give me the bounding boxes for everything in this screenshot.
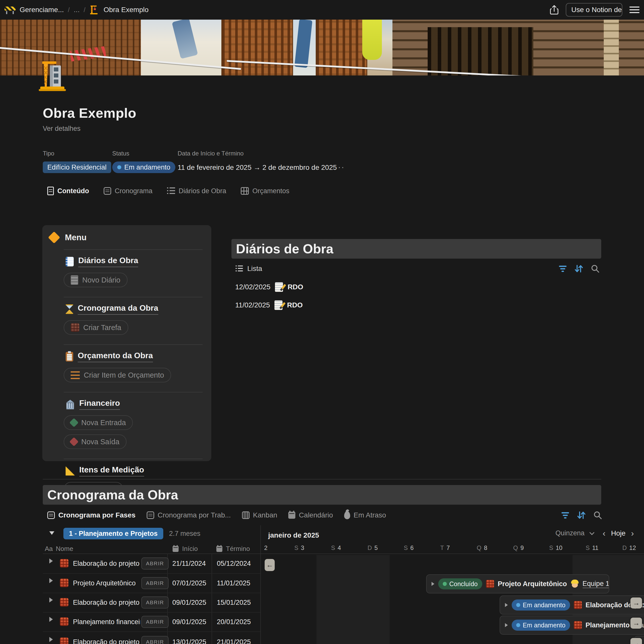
zoom-level-dropdown[interactable]: Quinzena	[555, 529, 585, 537]
prev-button[interactable]: ‹	[603, 528, 606, 538]
end-date[interactable]: 05/12/2024	[217, 560, 251, 568]
search-icon[interactable]	[593, 511, 602, 520]
timeline-bar[interactable]: Em andamento Elaboração do projeto el	[500, 595, 644, 615]
abrir-button[interactable]: ABRIR	[141, 616, 169, 628]
list-item[interactable]: 11/02/2025 RDO	[235, 300, 303, 310]
scroll-to-bar-right-badge[interactable]: →	[630, 597, 642, 609]
start-date[interactable]: 13/01/2025	[172, 638, 206, 644]
use-notion-button[interactable]: Use o Notion de g	[566, 3, 622, 17]
end-date[interactable]: 15/01/2025	[217, 599, 251, 607]
status-pill[interactable]: Em andamento	[512, 599, 570, 611]
abrir-button[interactable]: ABRIR	[141, 636, 169, 644]
view-tab-calendario[interactable]: Calendário	[288, 511, 333, 519]
nova-saida-button[interactable]: Nova Saída	[64, 434, 127, 449]
end-date[interactable]: 11/01/2025	[217, 579, 250, 587]
group-pill[interactable]: 1 - Planejamento e Projetos	[63, 528, 163, 539]
view-tab-em-atraso[interactable]: Em Atraso	[344, 511, 386, 519]
view-tab-cronograma-fases[interactable]: Cronograma por Fases	[47, 511, 136, 519]
page-icon[interactable]	[38, 60, 68, 92]
scroll-to-bar-right-badge[interactable]: →	[630, 618, 642, 629]
novo-diario-button[interactable]: Novo Diário	[64, 273, 128, 287]
search-icon[interactable]	[591, 264, 600, 273]
next-button[interactable]: ›	[631, 528, 634, 538]
column-divider[interactable]	[212, 553, 212, 644]
expand-triangle-icon[interactable]	[49, 558, 53, 563]
view-tab-kanban[interactable]: Kanban	[242, 511, 277, 519]
menu-link-financeiro[interactable]: Financeiro	[66, 398, 211, 410]
page-title[interactable]: Obra Exemplo	[43, 105, 136, 121]
breadcrumb-current-page[interactable]: Obra Exemplo	[104, 6, 149, 14]
column-header-inicio[interactable]: Início	[182, 545, 198, 553]
expand-triangle-icon[interactable]	[431, 582, 434, 586]
share-icon[interactable]	[550, 5, 559, 15]
abrir-button[interactable]: ABRIR	[141, 577, 169, 589]
abrir-button[interactable]: ABRIR	[141, 596, 169, 609]
bar-assignee[interactable]: Equipe 1	[583, 580, 609, 588]
end-date[interactable]: 20/01/2025	[217, 618, 251, 626]
filter-icon[interactable]	[561, 512, 569, 518]
more-properties-button[interactable]: ···	[335, 162, 345, 172]
status-pill[interactable]: Em andamento	[512, 620, 570, 631]
list-item[interactable]: 12/02/2025 RDO	[235, 282, 303, 292]
start-date[interactable]: 21/11/2024	[172, 560, 206, 568]
brick-icon	[60, 637, 68, 644]
expand-triangle-icon[interactable]	[49, 578, 53, 583]
menu-link-diarios[interactable]: Diários de Obra	[66, 256, 211, 267]
sort-icon[interactable]	[577, 511, 586, 520]
red-diamond-icon	[69, 437, 79, 447]
breadcrumb-workspace[interactable]: Gerenciame...	[20, 6, 64, 14]
start-date[interactable]: 07/01/2025	[172, 579, 206, 587]
task-name[interactable]: Elaboração do projeto hi	[73, 560, 140, 568]
sort-icon[interactable]	[574, 264, 583, 273]
task-name[interactable]: Projeto Arquitetônico	[73, 579, 140, 587]
timeline-bar[interactable]: Concluído Projeto Arquitetônico Equipe 1	[426, 574, 609, 593]
menu-link-orcamento[interactable]: Orçamento da Obra	[66, 351, 211, 362]
tab-diarios[interactable]: Diários de Obra	[167, 187, 226, 195]
expand-triangle-icon[interactable]	[505, 603, 508, 607]
end-date[interactable]: 21/01/2025	[217, 638, 251, 644]
diarios-heading: Diários de Obra	[236, 241, 333, 256]
column-header-termino[interactable]: Término	[226, 545, 250, 553]
column-header-nome[interactable]: Nome	[56, 545, 73, 553]
status-pill[interactable]: Em andamento	[112, 162, 175, 173]
nova-entrada-button[interactable]: Nova Entrada	[64, 415, 133, 430]
brick-icon	[60, 617, 68, 626]
breadcrumb-ellipsis[interactable]: ...	[74, 6, 79, 14]
task-name[interactable]: Planejamento financeiro	[73, 618, 140, 626]
expand-triangle-icon[interactable]	[49, 597, 53, 602]
divider	[64, 297, 203, 297]
lista-view-tab[interactable]: Lista	[235, 265, 262, 273]
start-date[interactable]: 09/01/2025	[172, 618, 206, 626]
menu-link-cronograma[interactable]: Cronograma da Obra	[66, 303, 211, 315]
collapse-triangle-icon[interactable]	[49, 531, 54, 535]
tab-cronograma[interactable]: Cronograma	[104, 187, 152, 195]
table-timeline-divider[interactable]	[260, 525, 261, 644]
tab-orcamentos[interactable]: Orçamentos	[241, 187, 289, 195]
scroll-to-bar-left-badge[interactable]: ←	[265, 559, 275, 571]
criar-tarefa-button[interactable]: Criar Tarefa	[64, 320, 128, 335]
criar-item-orcamento-button[interactable]: Criar Item de Orçamento	[64, 368, 171, 382]
tab-conteudo[interactable]: Conteúdo	[47, 187, 89, 195]
task-name[interactable]: Elaboração do projeto el	[73, 599, 140, 607]
expand-triangle-icon[interactable]	[49, 617, 53, 622]
tipo-tag[interactable]: Edifício Residencial	[43, 162, 111, 173]
view-tab-cronograma-trab[interactable]: Cronograma por Trab...	[147, 511, 231, 519]
timeline-bar[interactable]: Em andamento Planejamento financeiro	[500, 616, 644, 635]
abrir-button[interactable]: ABRIR	[141, 557, 169, 570]
cronograma-heading-bar[interactable]: Cronograma da Obra	[43, 485, 601, 505]
hamburger-menu-icon[interactable]	[629, 7, 639, 13]
day-tick: S11	[586, 544, 598, 551]
filter-icon[interactable]	[559, 266, 567, 272]
expand-triangle-icon[interactable]	[49, 637, 53, 642]
date-range-value[interactable]: 11 de fevereiro de 2025 → 2 de dezembro …	[178, 164, 337, 172]
status-pill[interactable]: Concluído	[438, 578, 482, 589]
scroll-to-bar-right-badge[interactable]: →	[630, 638, 642, 644]
diarios-heading-bar[interactable]: Diários de Obra	[231, 239, 601, 259]
expand-triangle-icon[interactable]	[505, 623, 508, 627]
today-button[interactable]: Hoje	[611, 529, 626, 537]
menu-link-medicao[interactable]: Itens de Medição	[66, 465, 211, 476]
start-date[interactable]: 09/01/2025	[172, 599, 206, 607]
task-name[interactable]: Elaboração do projeto ar	[73, 638, 140, 644]
chevron-down-icon	[589, 530, 594, 535]
page-subtitle[interactable]: Ver detalhes	[43, 125, 81, 133]
